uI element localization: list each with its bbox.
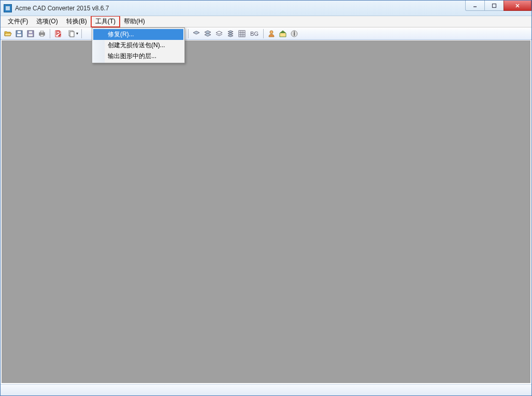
save-icon [15, 30, 23, 38]
menu-item-create-package[interactable]: 创建无损传送包(N)... [93, 40, 183, 51]
menu-file[interactable]: 文件(F) [4, 16, 32, 27]
app-window: Acme CAD Converter 2015 v8.6.7 文件(F) 选项(… [0, 0, 532, 396]
toolbar-separator [188, 29, 189, 38]
grid-button[interactable] [237, 29, 247, 39]
print-icon [38, 30, 46, 38]
user-icon [267, 30, 276, 38]
toolbar-separator [263, 29, 264, 38]
layer-button-4[interactable] [225, 29, 236, 39]
home-button[interactable] [278, 29, 288, 39]
window-controls [466, 1, 531, 11]
copy-icon [67, 30, 76, 38]
menu-item-export-layers[interactable]: 输出图形中的层... [93, 51, 183, 62]
layer-button-2[interactable] [203, 29, 213, 39]
svg-rect-17 [239, 31, 245, 37]
menu-tools[interactable]: 工具(T) [91, 16, 120, 27]
layer-button-1[interactable] [191, 29, 202, 39]
layer-alt-icon [215, 30, 223, 38]
bg-button[interactable]: BG [248, 29, 261, 39]
app-icon [4, 4, 12, 12]
svg-rect-13 [40, 35, 44, 36]
pdf-button[interactable]: P [53, 29, 63, 39]
svg-rect-7 [17, 34, 21, 36]
svg-rect-9 [29, 31, 32, 33]
pdf-icon: P [54, 30, 62, 38]
grid-icon [238, 30, 246, 38]
toolbar: P BG i [1, 27, 531, 40]
svg-rect-16 [70, 32, 74, 37]
svg-point-22 [270, 31, 273, 34]
menu-convert[interactable]: 转换(B) [62, 16, 91, 27]
copy-dropdown-button[interactable] [64, 29, 79, 39]
user-button[interactable] [266, 29, 277, 39]
info-button[interactable]: i [289, 29, 299, 39]
layer-multi-icon [226, 30, 235, 38]
statusbar [1, 384, 531, 395]
titlebar: Acme CAD Converter 2015 v8.6.7 [1, 1, 531, 16]
print-button[interactable] [37, 29, 47, 39]
maximize-button[interactable] [484, 1, 504, 11]
toolbar-separator [50, 29, 50, 38]
layer-stack-icon [204, 30, 212, 38]
info-icon: i [290, 30, 298, 38]
save-as-icon [26, 30, 35, 38]
svg-rect-6 [18, 31, 21, 33]
menu-options[interactable]: 选项(O) [32, 16, 62, 27]
workspace [1, 40, 531, 384]
save-as-button[interactable] [25, 29, 36, 39]
layer-icon [192, 30, 200, 38]
menubar: 文件(F) 选项(O) 转换(B) 工具(T) 帮助(H) [1, 16, 531, 27]
open-button[interactable] [3, 29, 13, 39]
menu-help[interactable]: 帮助(H) [120, 16, 149, 27]
svg-text:i: i [294, 30, 295, 37]
minimize-button[interactable] [465, 1, 485, 11]
svg-rect-0 [6, 6, 10, 10]
svg-rect-2 [493, 4, 496, 7]
bg-label: BG [250, 31, 258, 37]
tools-dropdown-menu: 修复(R)... 创建无损传送包(N)... 输出图形中的层... [92, 27, 185, 63]
open-folder-icon [4, 30, 12, 38]
toolbar-separator [81, 29, 82, 38]
home-icon [279, 30, 287, 38]
svg-rect-12 [40, 31, 44, 33]
layer-button-3[interactable] [214, 29, 224, 39]
svg-rect-10 [28, 34, 33, 36]
menu-item-repair[interactable]: 修复(R)... [93, 29, 183, 40]
save-button[interactable] [14, 29, 24, 39]
close-button[interactable] [504, 1, 531, 11]
window-title: Acme CAD Converter 2015 v8.6.7 [15, 5, 109, 12]
